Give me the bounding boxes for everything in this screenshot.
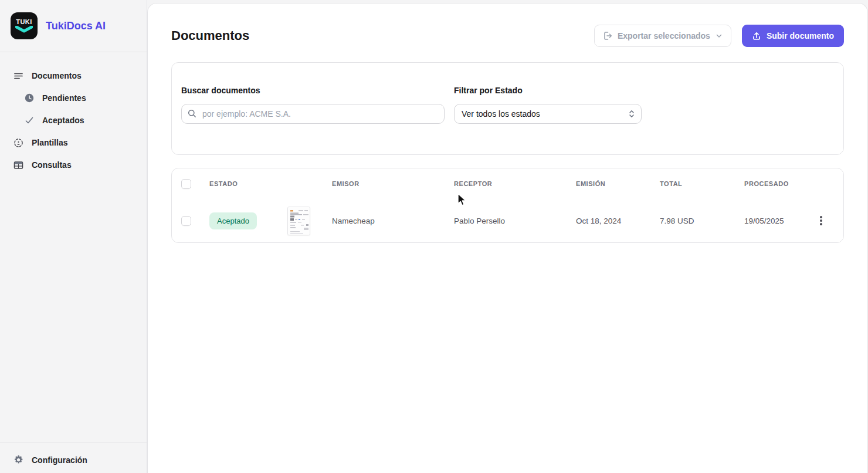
column-header-receptor: RECEPTOR [454,180,576,187]
cell-receptor: Pablo Persello [454,217,576,225]
status-badge: Aceptado [209,212,257,229]
sidebar-item-label: Consultas [32,160,72,170]
cell-procesado: 19/05/2025 [744,217,818,225]
row-actions-menu-button[interactable] [818,214,825,228]
logo-chevron-icon [15,26,33,33]
sidebar-item-consultas[interactable]: Consultas [0,154,147,176]
sidebar: TUKI TukiDocs AI Documentos Pendientes A… [0,0,147,473]
header-actions: Exportar seleccionados Subir documento [594,25,844,47]
table-row[interactable]: Aceptado [181,199,834,242]
sidebar-item-label: Plantillas [32,138,67,147]
export-button-label: Exportar seleccionados [618,31,710,40]
export-icon [603,31,612,40]
page-header: Documentos Exportar seleccionados Subir … [171,25,844,47]
sidebar-item-label: Documentos [32,71,82,80]
sidebar-item-label: Configuración [32,455,87,465]
clock-icon [24,93,34,103]
sidebar-item-aceptados[interactable]: Aceptados [0,109,147,131]
search-label: Buscar documentos [181,86,445,95]
check-icon [24,116,34,126]
sidebar-nav: Documentos Pendientes Aceptados Plantill… [0,52,147,176]
column-header-total: TOTAL [660,180,744,187]
brand-name: TukiDocs AI [46,20,106,32]
sidebar-item-label: Pendientes [42,93,86,103]
table-header-row: ESTADO EMISOR RECEPTOR EMISIÓN TOTAL PRO… [181,168,834,199]
status-filter-group: Filtrar por Estado Ver todos los estados [454,86,642,124]
cell-total: 7.98 USD [660,217,744,225]
document-thumbnail[interactable] [287,207,310,235]
sidebar-item-label: Aceptados [42,116,84,125]
brand-header: TUKI TukiDocs AI [0,0,147,52]
sidebar-item-configuracion[interactable]: Configuración [0,442,147,473]
search-field-group: Buscar documentos [181,86,445,124]
column-header-estado: ESTADO [209,180,287,187]
upload-document-button[interactable]: Subir documento [742,25,844,47]
upload-button-label: Subir documento [767,31,834,40]
status-filter-select[interactable]: Ver todos los estados [454,104,642,124]
logo-text: TUKI [16,18,32,25]
scan-template-icon [13,138,23,148]
documents-table: ESTADO EMISOR RECEPTOR EMISIÓN TOTAL PRO… [171,168,844,243]
column-header-emisor: EMISOR [332,180,454,187]
status-filter-value: Ver todos los estados [462,109,540,119]
column-header-emision: EMISIÓN [576,180,660,187]
cell-emision: Oct 18, 2024 [576,217,660,225]
filters-card: Buscar documentos Filtrar por Estado Ver… [171,62,844,155]
export-selected-button[interactable]: Exportar seleccionados [594,25,731,47]
main-content: Documentos Exportar seleccionados Subir … [147,3,868,473]
column-header-procesado: PROCESADO [744,180,818,187]
sidebar-item-pendientes[interactable]: Pendientes [0,87,147,109]
tuki-logo: TUKI [11,12,38,39]
select-all-checkbox[interactable] [181,179,191,189]
search-input[interactable] [181,104,445,124]
page-title: Documentos [171,28,249,43]
cell-emisor: Namecheap [332,217,454,225]
sidebar-item-documentos[interactable]: Documentos [0,65,147,87]
status-filter-label: Filtrar por Estado [454,86,642,95]
upload-icon [752,31,761,40]
row-checkbox[interactable] [181,216,191,226]
list-lines-icon [13,71,23,81]
gear-icon [13,455,23,465]
chevron-down-icon [716,32,723,39]
unfold-icon [628,109,636,121]
table-icon [13,160,23,170]
sidebar-item-plantillas[interactable]: Plantillas [0,131,147,154]
search-icon [188,109,196,120]
